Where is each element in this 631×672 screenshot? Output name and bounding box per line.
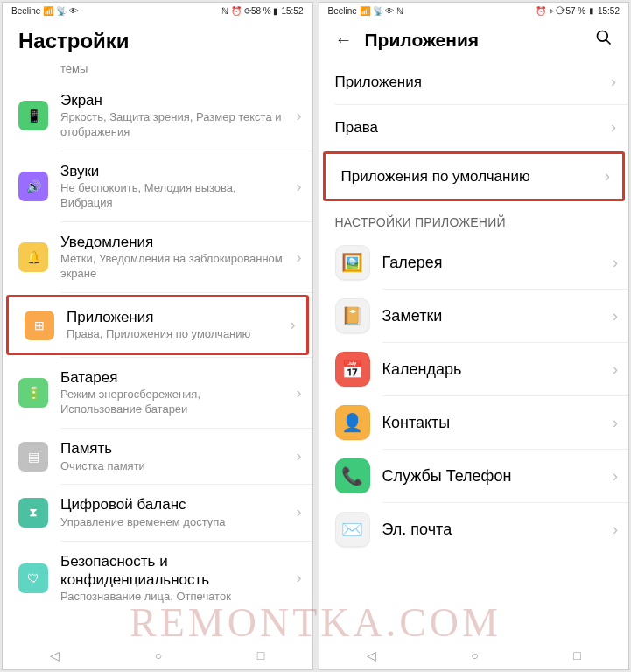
row-text: Службы Телефон	[382, 466, 601, 486]
signal-icons: 📶 📡 👁 ℕ	[360, 6, 403, 16]
row-text: Галерея	[382, 253, 601, 273]
link-row[interactable]: Приложения›	[319, 60, 629, 104]
chevron-right-icon: ›	[297, 503, 302, 522]
row-text: ЭкранЯркость, Защита зрения, Размер текс…	[60, 91, 284, 140]
settings-row[interactable]: ⧗Цифровой балансУправление временем дост…	[3, 485, 312, 540]
back-icon[interactable]: ←	[335, 30, 353, 50]
row-text: ПриложенияПрава, Приложения по умолчанию	[67, 308, 278, 342]
row-title: Батарея	[60, 368, 284, 387]
row-title: Экран	[60, 91, 284, 109]
cut-row-sub: темы	[60, 62, 312, 80]
row-text: Контакты	[382, 413, 601, 433]
app-row[interactable]: 👤Контакты›	[319, 396, 629, 449]
row-subtitle: Права, Приложения по умолчанию	[67, 327, 278, 342]
app-icon: 👤	[335, 405, 370, 440]
row-icon: ⊞	[25, 311, 54, 340]
app-label: Календарь	[382, 360, 601, 380]
phone-right: Beeline 📶 📡 👁 ℕ ⏰ ⌖ ⟳57 % ▮ 15:52 ← Прил…	[319, 2, 630, 670]
clock: 15:52	[281, 6, 303, 16]
row-text: Заметки	[382, 306, 601, 326]
nav-back-icon[interactable]: ◁	[50, 648, 60, 662]
row-icon: 📱	[18, 101, 48, 130]
link-row[interactable]: Права›	[319, 105, 629, 150]
settings-row[interactable]: ⊞ПриложенияПрава, Приложения по умолчани…	[9, 298, 306, 353]
chevron-right-icon: ›	[291, 316, 296, 334]
chevron-right-icon: ›	[297, 178, 302, 196]
row-subtitle: Метки, Уведомления на заблокированном эк…	[60, 252, 284, 282]
app-label: Контакты	[382, 413, 601, 433]
settings-row[interactable]: 🔔УведомленияМетки, Уведомления на заблок…	[3, 222, 312, 292]
chevron-right-icon: ›	[613, 414, 618, 432]
carrier-label: Beeline	[328, 6, 357, 16]
page-title: Приложения	[365, 30, 480, 51]
link-label: Приложения по умолчанию	[341, 168, 606, 186]
row-subtitle: Очистка памяти	[60, 459, 284, 474]
chevron-right-icon: ›	[605, 167, 610, 186]
row-text: Эл. почта	[382, 520, 601, 540]
settings-row[interactable]: ▤ПамятьОчистка памяти›	[3, 429, 312, 484]
app-label: Эл. почта	[382, 520, 601, 540]
status-right-icons: ⏰ ⟳58 % ▮	[231, 6, 278, 16]
phone-left: Beeline 📶 📡 👁 ℕ ⏰ ⟳58 % ▮ 15:52 Настройк…	[2, 2, 313, 670]
status-right-icons: ⏰ ⌖ ⟳57 % ▮	[536, 6, 595, 17]
nav-home-icon[interactable]: ○	[155, 648, 162, 662]
search-icon[interactable]	[595, 29, 613, 51]
link-row[interactable]: Приложения по умолчанию›	[326, 154, 623, 199]
row-title: Цифровой баланс	[60, 495, 284, 514]
app-row[interactable]: 📅Календарь›	[319, 343, 629, 396]
row-subtitle: Режим энергосбережения, Использование ба…	[60, 388, 284, 417]
row-icon: 🛡	[18, 564, 48, 593]
settings-row[interactable]: 📱ЭкранЯркость, Защита зрения, Размер тек…	[3, 80, 312, 150]
chevron-right-icon: ›	[613, 307, 618, 326]
nav-bar: ◁ ○ □	[3, 640, 312, 669]
row-subtitle: Управление временем доступа	[60, 515, 284, 530]
app-label: Заметки	[382, 306, 601, 326]
apps-list: Приложения›Права›Приложения по умолчанию…	[319, 60, 629, 640]
row-title: Безопасность и конфиденциальность	[60, 552, 284, 590]
signal-icons: 📶 📡 👁	[43, 6, 78, 16]
settings-row[interactable]: 🔊ЗвукиНе беспокоить, Мелодия вызова, Виб…	[3, 151, 312, 221]
link-label: Права	[335, 119, 612, 136]
chevron-right-icon: ›	[297, 569, 302, 587]
chevron-right-icon: ›	[613, 521, 618, 539]
row-title: Память	[60, 439, 284, 458]
nav-recent-icon[interactable]: □	[257, 648, 264, 662]
chevron-right-icon: ›	[297, 447, 302, 466]
app-icon: 🖼️	[335, 245, 370, 280]
app-row[interactable]: 📔Заметки›	[319, 290, 629, 342]
row-text: УведомленияМетки, Уведомления на заблоки…	[60, 233, 284, 282]
row-text: Безопасность и конфиденциальностьРаспозн…	[60, 552, 284, 605]
nav-back-icon[interactable]: ◁	[367, 648, 376, 662]
nav-home-icon[interactable]: ○	[471, 648, 478, 662]
row-icon: 🔋	[18, 378, 48, 408]
row-text: ПамятьОчистка памяти	[60, 439, 284, 473]
settings-row[interactable]: 🛡Безопасность и конфиденциальностьРаспоз…	[3, 542, 312, 615]
app-label: Службы Телефон	[382, 466, 601, 486]
row-text: БатареяРежим энергосбережения, Использов…	[60, 368, 284, 417]
row-icon: ▤	[18, 442, 48, 472]
nav-recent-icon[interactable]: □	[573, 648, 580, 662]
page-title: Настройки	[18, 29, 130, 53]
chevron-right-icon: ›	[297, 107, 302, 125]
app-row[interactable]: 📞Службы Телефон›	[319, 450, 629, 502]
chevron-right-icon: ›	[613, 360, 618, 379]
app-icon: 📅	[335, 352, 370, 387]
row-title: Уведомления	[60, 233, 284, 251]
app-row[interactable]: ✉️Эл. почта›	[319, 503, 629, 556]
row-title: Звуки	[60, 162, 284, 180]
chevron-right-icon: ›	[297, 248, 302, 267]
row-subtitle: Не беспокоить, Мелодия вызова, Вибрация	[60, 181, 284, 211]
app-icon: ✉️	[335, 512, 370, 547]
chevron-right-icon: ›	[611, 73, 616, 91]
row-subtitle: Яркость, Защита зрения, Размер текста и …	[60, 110, 284, 140]
settings-row[interactable]: 🔋БатареяРежим энергосбережения, Использо…	[3, 358, 312, 428]
app-label: Галерея	[382, 253, 601, 273]
row-text: Цифровой балансУправление временем досту…	[60, 495, 284, 529]
row-icon: ⧗	[18, 498, 48, 528]
settings-list: темы 📱ЭкранЯркость, Защита зрения, Разме…	[3, 62, 312, 640]
app-row[interactable]: 🖼️Галерея›	[319, 236, 629, 289]
clock: 15:52	[598, 6, 620, 16]
svg-line-1	[606, 40, 611, 45]
row-title: Приложения	[67, 308, 278, 326]
chevron-right-icon: ›	[613, 254, 618, 272]
